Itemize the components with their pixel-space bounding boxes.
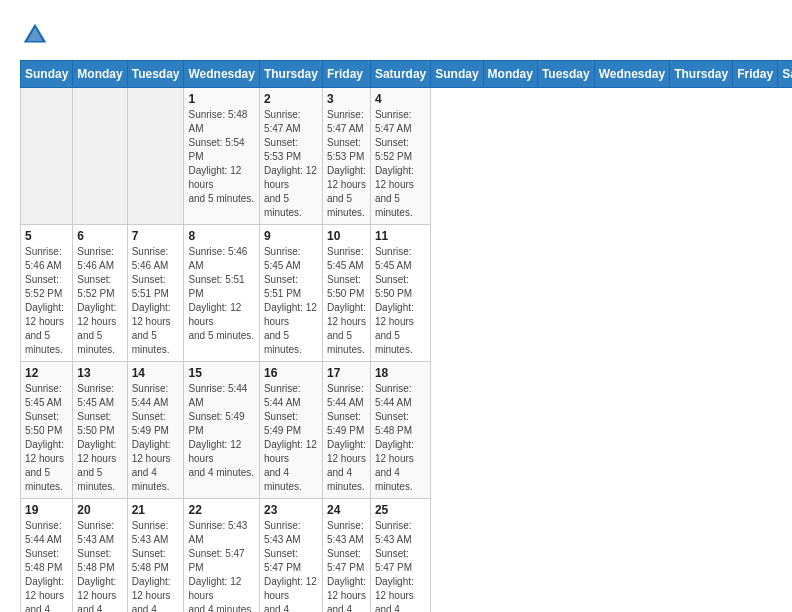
day-number: 17 xyxy=(327,366,366,380)
calendar-cell: 23Sunrise: 5:43 AM Sunset: 5:47 PM Dayli… xyxy=(259,499,322,613)
calendar-cell: 8Sunrise: 5:46 AM Sunset: 5:51 PM Daylig… xyxy=(184,225,259,362)
day-number: 24 xyxy=(327,503,366,517)
day-number: 19 xyxy=(25,503,68,517)
day-info: Sunrise: 5:44 AM Sunset: 5:49 PM Dayligh… xyxy=(264,382,318,494)
calendar-cell: 10Sunrise: 5:45 AM Sunset: 5:50 PM Dayli… xyxy=(322,225,370,362)
day-info: Sunrise: 5:46 AM Sunset: 5:51 PM Dayligh… xyxy=(132,245,180,357)
day-number: 12 xyxy=(25,366,68,380)
calendar-cell xyxy=(73,88,127,225)
page-header xyxy=(20,20,772,50)
day-info: Sunrise: 5:47 AM Sunset: 5:52 PM Dayligh… xyxy=(375,108,426,220)
calendar-cell: 18Sunrise: 5:44 AM Sunset: 5:48 PM Dayli… xyxy=(370,362,430,499)
calendar-table: SundayMondayTuesdayWednesdayThursdayFrid… xyxy=(20,60,792,612)
day-number: 11 xyxy=(375,229,426,243)
calendar-cell: 6Sunrise: 5:46 AM Sunset: 5:52 PM Daylig… xyxy=(73,225,127,362)
calendar-header-row: SundayMondayTuesdayWednesdayThursdayFrid… xyxy=(21,61,793,88)
calendar-week-row: 5Sunrise: 5:46 AM Sunset: 5:52 PM Daylig… xyxy=(21,225,793,362)
calendar-cell: 19Sunrise: 5:44 AM Sunset: 5:48 PM Dayli… xyxy=(21,499,73,613)
day-info: Sunrise: 5:43 AM Sunset: 5:48 PM Dayligh… xyxy=(77,519,122,612)
header-day-saturday: Saturday xyxy=(778,61,792,88)
calendar-cell: 3Sunrise: 5:47 AM Sunset: 5:53 PM Daylig… xyxy=(322,88,370,225)
calendar-cell: 7Sunrise: 5:46 AM Sunset: 5:51 PM Daylig… xyxy=(127,225,184,362)
day-info: Sunrise: 5:47 AM Sunset: 5:53 PM Dayligh… xyxy=(327,108,366,220)
day-number: 4 xyxy=(375,92,426,106)
day-number: 2 xyxy=(264,92,318,106)
day-info: Sunrise: 5:45 AM Sunset: 5:50 PM Dayligh… xyxy=(25,382,68,494)
header-day-wednesday: Wednesday xyxy=(594,61,669,88)
day-number: 23 xyxy=(264,503,318,517)
logo xyxy=(20,20,56,50)
header-day-sunday: Sunday xyxy=(431,61,483,88)
calendar-header-wednesday: Wednesday xyxy=(184,61,259,88)
calendar-cell: 24Sunrise: 5:43 AM Sunset: 5:47 PM Dayli… xyxy=(322,499,370,613)
calendar-week-row: 12Sunrise: 5:45 AM Sunset: 5:50 PM Dayli… xyxy=(21,362,793,499)
day-number: 21 xyxy=(132,503,180,517)
day-info: Sunrise: 5:46 AM Sunset: 5:52 PM Dayligh… xyxy=(77,245,122,357)
calendar-cell: 11Sunrise: 5:45 AM Sunset: 5:50 PM Dayli… xyxy=(370,225,430,362)
day-number: 5 xyxy=(25,229,68,243)
day-info: Sunrise: 5:43 AM Sunset: 5:47 PM Dayligh… xyxy=(327,519,366,612)
day-number: 22 xyxy=(188,503,254,517)
calendar-cell: 12Sunrise: 5:45 AM Sunset: 5:50 PM Dayli… xyxy=(21,362,73,499)
day-info: Sunrise: 5:45 AM Sunset: 5:50 PM Dayligh… xyxy=(327,245,366,357)
day-info: Sunrise: 5:43 AM Sunset: 5:47 PM Dayligh… xyxy=(375,519,426,612)
calendar-cell: 9Sunrise: 5:45 AM Sunset: 5:51 PM Daylig… xyxy=(259,225,322,362)
day-number: 7 xyxy=(132,229,180,243)
day-info: Sunrise: 5:45 AM Sunset: 5:50 PM Dayligh… xyxy=(375,245,426,357)
calendar-cell xyxy=(127,88,184,225)
calendar-header-saturday: Saturday xyxy=(370,61,430,88)
calendar-cell: 25Sunrise: 5:43 AM Sunset: 5:47 PM Dayli… xyxy=(370,499,430,613)
calendar-cell: 20Sunrise: 5:43 AM Sunset: 5:48 PM Dayli… xyxy=(73,499,127,613)
calendar-cell: 21Sunrise: 5:43 AM Sunset: 5:48 PM Dayli… xyxy=(127,499,184,613)
day-info: Sunrise: 5:47 AM Sunset: 5:53 PM Dayligh… xyxy=(264,108,318,220)
day-number: 16 xyxy=(264,366,318,380)
day-info: Sunrise: 5:44 AM Sunset: 5:49 PM Dayligh… xyxy=(327,382,366,494)
day-info: Sunrise: 5:44 AM Sunset: 5:48 PM Dayligh… xyxy=(375,382,426,494)
calendar-header-thursday: Thursday xyxy=(259,61,322,88)
calendar-cell: 13Sunrise: 5:45 AM Sunset: 5:50 PM Dayli… xyxy=(73,362,127,499)
day-info: Sunrise: 5:45 AM Sunset: 5:50 PM Dayligh… xyxy=(77,382,122,494)
day-info: Sunrise: 5:43 AM Sunset: 5:48 PM Dayligh… xyxy=(132,519,180,612)
calendar-cell xyxy=(21,88,73,225)
calendar-week-row: 1Sunrise: 5:48 AM Sunset: 5:54 PM Daylig… xyxy=(21,88,793,225)
day-number: 18 xyxy=(375,366,426,380)
day-number: 10 xyxy=(327,229,366,243)
calendar-week-row: 19Sunrise: 5:44 AM Sunset: 5:48 PM Dayli… xyxy=(21,499,793,613)
day-number: 13 xyxy=(77,366,122,380)
day-info: Sunrise: 5:46 AM Sunset: 5:51 PM Dayligh… xyxy=(188,245,254,343)
calendar-header-sunday: Sunday xyxy=(21,61,73,88)
day-number: 1 xyxy=(188,92,254,106)
calendar-cell: 5Sunrise: 5:46 AM Sunset: 5:52 PM Daylig… xyxy=(21,225,73,362)
calendar-header-tuesday: Tuesday xyxy=(127,61,184,88)
day-info: Sunrise: 5:48 AM Sunset: 5:54 PM Dayligh… xyxy=(188,108,254,206)
calendar-cell: 16Sunrise: 5:44 AM Sunset: 5:49 PM Dayli… xyxy=(259,362,322,499)
day-number: 15 xyxy=(188,366,254,380)
calendar-header-friday: Friday xyxy=(322,61,370,88)
day-info: Sunrise: 5:44 AM Sunset: 5:48 PM Dayligh… xyxy=(25,519,68,612)
day-number: 8 xyxy=(188,229,254,243)
calendar-cell: 2Sunrise: 5:47 AM Sunset: 5:53 PM Daylig… xyxy=(259,88,322,225)
day-info: Sunrise: 5:43 AM Sunset: 5:47 PM Dayligh… xyxy=(188,519,254,612)
logo-icon xyxy=(20,20,50,50)
calendar-cell: 17Sunrise: 5:44 AM Sunset: 5:49 PM Dayli… xyxy=(322,362,370,499)
day-info: Sunrise: 5:45 AM Sunset: 5:51 PM Dayligh… xyxy=(264,245,318,357)
day-number: 20 xyxy=(77,503,122,517)
calendar-cell: 14Sunrise: 5:44 AM Sunset: 5:49 PM Dayli… xyxy=(127,362,184,499)
header-day-monday: Monday xyxy=(483,61,537,88)
header-day-friday: Friday xyxy=(733,61,778,88)
calendar-cell: 15Sunrise: 5:44 AM Sunset: 5:49 PM Dayli… xyxy=(184,362,259,499)
calendar-cell: 1Sunrise: 5:48 AM Sunset: 5:54 PM Daylig… xyxy=(184,88,259,225)
day-number: 9 xyxy=(264,229,318,243)
calendar-cell: 4Sunrise: 5:47 AM Sunset: 5:52 PM Daylig… xyxy=(370,88,430,225)
day-number: 3 xyxy=(327,92,366,106)
day-number: 6 xyxy=(77,229,122,243)
day-info: Sunrise: 5:43 AM Sunset: 5:47 PM Dayligh… xyxy=(264,519,318,612)
calendar-cell: 22Sunrise: 5:43 AM Sunset: 5:47 PM Dayli… xyxy=(184,499,259,613)
day-info: Sunrise: 5:44 AM Sunset: 5:49 PM Dayligh… xyxy=(188,382,254,480)
day-info: Sunrise: 5:46 AM Sunset: 5:52 PM Dayligh… xyxy=(25,245,68,357)
day-number: 14 xyxy=(132,366,180,380)
calendar-header-monday: Monday xyxy=(73,61,127,88)
header-day-thursday: Thursday xyxy=(670,61,733,88)
header-day-tuesday: Tuesday xyxy=(537,61,594,88)
day-number: 25 xyxy=(375,503,426,517)
